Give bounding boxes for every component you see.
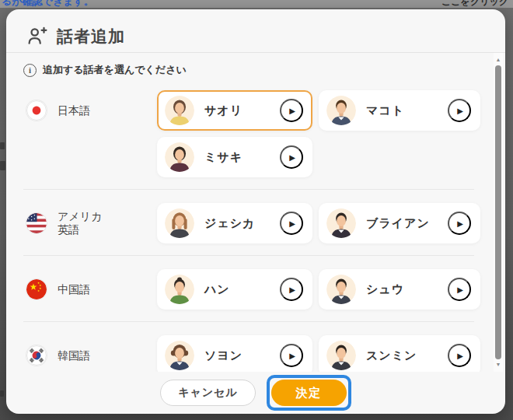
vertical-scrollbar[interactable] <box>494 53 503 372</box>
language-sections: 日本語 サオリ マコト ミサキ <box>6 90 491 372</box>
play-voice-button[interactable] <box>280 212 303 235</box>
speaker-card[interactable]: ジェシカ <box>157 203 312 243</box>
person-add-icon <box>26 26 47 46</box>
language-section-chinese: 中国語 ハン シュウ <box>6 269 491 310</box>
speaker-name: マコト <box>366 103 404 118</box>
speaker-cards: ソヨン スンミン <box>157 335 480 372</box>
play-voice-button[interactable] <box>448 344 471 367</box>
play-voice-button[interactable] <box>448 278 471 301</box>
flag-kr-icon <box>26 345 47 366</box>
instruction-row: 追加する話者を選んでください <box>23 62 491 78</box>
play-voice-button[interactable] <box>280 99 303 122</box>
dialog-footer: キャンセル 決定 <box>6 372 505 414</box>
speaker-avatar <box>326 208 356 238</box>
speaker-card-selected[interactable]: サオリ <box>157 90 312 131</box>
backdrop-artifact <box>0 390 4 397</box>
speaker-cards: ハン シュウ <box>157 269 480 310</box>
add-speaker-dialog: 話者追加 追加する話者を選んでください 日本語 サオリ <box>6 9 505 414</box>
speaker-name: ブライアン <box>366 216 430 231</box>
language-section-american-english: アメリカ英語 ジェシカ ブライアン <box>6 203 491 243</box>
screen: るが確認できます。 ここをクリック 話者追加 追加する話者を選んでください <box>0 0 513 420</box>
play-voice-button[interactable] <box>280 145 303 169</box>
dialog-header: 話者追加 <box>6 9 505 53</box>
speaker-cards: サオリ マコト ミサキ <box>157 90 480 177</box>
backdrop-top-strip: るが確認できます。 ここをクリック <box>0 0 513 8</box>
speaker-name: シュウ <box>366 282 404 297</box>
backdrop-text-fragment-right: ここをクリック <box>441 0 508 8</box>
speaker-avatar <box>165 96 194 125</box>
speaker-card[interactable]: ソヨン <box>157 335 312 372</box>
play-voice-button[interactable] <box>280 344 303 367</box>
speaker-card[interactable]: ブライアン <box>319 203 480 243</box>
section-divider <box>23 321 474 322</box>
speaker-cards: ジェシカ ブライアン <box>157 203 480 243</box>
speaker-card[interactable]: マコト <box>319 90 480 131</box>
dialog-title: 話者追加 <box>57 26 125 47</box>
language-header: 日本語 <box>26 90 157 131</box>
language-label: 中国語 <box>58 283 90 296</box>
speaker-card[interactable]: シュウ <box>319 269 480 310</box>
language-label: アメリカ英語 <box>58 210 102 236</box>
section-divider <box>23 189 474 190</box>
speaker-name: スンミン <box>366 348 417 363</box>
speaker-avatar <box>165 275 194 304</box>
backdrop-artifact <box>0 142 5 149</box>
speaker-avatar <box>165 142 194 172</box>
language-section-japanese: 日本語 サオリ マコト ミサキ <box>6 90 491 177</box>
language-header: 韓国語 <box>26 335 157 372</box>
speaker-avatar <box>165 341 194 370</box>
speaker-avatar <box>165 208 194 238</box>
language-label-line: アメリカ <box>58 210 102 223</box>
click-highlight-ring: 決定 <box>267 375 351 411</box>
language-label: 日本語 <box>58 104 90 117</box>
language-header: 中国語 <box>26 269 157 310</box>
speaker-name: サオリ <box>204 103 243 118</box>
scrollbar-up-arrow-icon[interactable] <box>494 54 503 64</box>
language-label-line: 中国語 <box>58 283 90 296</box>
play-voice-button[interactable] <box>448 99 471 122</box>
flag-us-icon <box>26 213 47 233</box>
speaker-name: ジェシカ <box>204 216 255 231</box>
cancel-button[interactable]: キャンセル <box>160 380 256 406</box>
speaker-card[interactable]: スンミン <box>319 335 480 372</box>
flag-cn-icon <box>26 279 47 299</box>
backdrop-artifact <box>0 161 5 170</box>
speaker-avatar <box>326 341 356 370</box>
speaker-avatar <box>326 96 356 125</box>
language-header: アメリカ英語 <box>26 203 157 243</box>
speaker-avatar <box>326 275 356 304</box>
play-voice-button[interactable] <box>280 278 303 301</box>
speaker-card[interactable]: ミサキ <box>157 137 312 177</box>
language-section-korean: 韓国語 ソヨン スンミン <box>6 335 491 372</box>
flag-jp-icon <box>26 100 47 121</box>
confirm-button[interactable]: 決定 <box>271 380 347 406</box>
speaker-card[interactable]: ハン <box>157 269 312 310</box>
scrollbar-down-arrow-icon[interactable] <box>494 359 503 369</box>
speaker-name: ハン <box>204 282 230 297</box>
instruction-text: 追加する話者を選んでください <box>43 63 187 77</box>
language-label-line: 英語 <box>58 223 102 236</box>
info-icon <box>23 64 37 77</box>
speaker-name: ミサキ <box>204 150 243 165</box>
section-divider <box>23 255 474 256</box>
play-voice-button[interactable] <box>448 212 471 235</box>
dialog-body: 追加する話者を選んでください 日本語 サオリ マコト <box>6 53 505 372</box>
backdrop-text-fragment-left: るが確認できます。 <box>2 0 94 8</box>
language-label: 韓国語 <box>58 349 90 362</box>
speaker-list-scroll-area: 追加する話者を選んでください 日本語 サオリ マコト <box>6 53 491 372</box>
language-label-line: 韓国語 <box>58 349 90 362</box>
scrollbar-thumb[interactable] <box>495 65 501 359</box>
speaker-name: ソヨン <box>204 348 243 363</box>
language-label-line: 日本語 <box>58 104 90 117</box>
